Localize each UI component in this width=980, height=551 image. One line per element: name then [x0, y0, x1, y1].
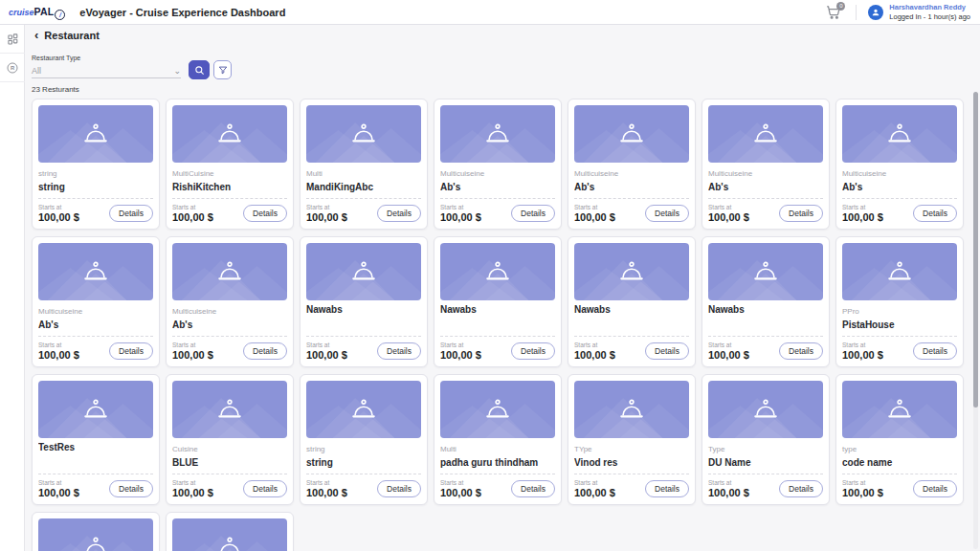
- details-button[interactable]: Details: [243, 342, 287, 360]
- price-value: 100,00 $: [842, 349, 883, 361]
- restaurant-name: RishiKitchen: [172, 182, 287, 192]
- shopping-cart-button[interactable]: 0: [825, 4, 844, 21]
- restaurant-card[interactable]: Type DU Name Starts at 100,00 $ Details: [702, 374, 830, 505]
- card-footer: Starts at 100,00 $ Details: [708, 474, 823, 498]
- details-button[interactable]: Details: [913, 205, 957, 222]
- restaurant-card[interactable]: Multicuiseine Ab's Starts at 100,00 $ De…: [166, 236, 294, 367]
- restaurant-name: Nawabs: [708, 304, 823, 315]
- search-button[interactable]: [189, 60, 210, 79]
- restaurant-name: Nawabs: [440, 304, 555, 315]
- price-value: 100,00 $: [38, 349, 79, 361]
- restaurant-card[interactable]: Nawabs Starts at 100,00 $ Details: [568, 236, 696, 367]
- restaurant-card[interactable]: Starts at 100,00 $ Details: [166, 512, 294, 551]
- cloche-icon: [885, 260, 914, 285]
- restaurant-name: Ab's: [172, 320, 287, 330]
- sidebar-item-dashboard[interactable]: [0, 25, 25, 54]
- starts-at-label: Starts at: [842, 342, 883, 348]
- starts-at-label: Starts at: [708, 204, 749, 210]
- restaurant-card[interactable]: string string Starts at 100,00 $ Details: [300, 374, 428, 505]
- restaurant-card[interactable]: TYpe Vinod res Starts at 100,00 $ Detail…: [568, 374, 696, 505]
- details-button[interactable]: Details: [779, 480, 823, 497]
- starts-at-label: Starts at: [172, 342, 213, 348]
- starts-at-label: Starts at: [38, 342, 79, 348]
- card-footer: Starts at 100,00 $ Details: [38, 336, 153, 361]
- back-navigation[interactable]: ‹ Restaurant: [34, 30, 100, 41]
- restaurant-image-placeholder: [440, 105, 555, 163]
- user-info[interactable]: Harshavardhan Reddy Logged In - 1 hour(s…: [889, 3, 970, 21]
- details-button[interactable]: Details: [109, 205, 153, 222]
- restaurant-card[interactable]: MultiCuisine RishiKitchen Starts at 100,…: [166, 99, 294, 230]
- restaurant-name: padha guru thindham: [440, 457, 555, 468]
- price-value: 100,00 $: [708, 487, 749, 498]
- restaurant-image-placeholder: [842, 381, 957, 438]
- restaurant-name: Nawabs: [306, 304, 421, 315]
- logo-text-cruise: cruise: [9, 8, 34, 17]
- scrollbar-thumb[interactable]: [973, 92, 978, 408]
- details-button[interactable]: Details: [913, 342, 957, 360]
- restaurant-type-select[interactable]: All ⌄: [32, 63, 181, 78]
- cloche-icon: [885, 398, 914, 423]
- details-button[interactable]: Details: [243, 480, 287, 497]
- restaurant-image-placeholder: [172, 243, 287, 300]
- details-button[interactable]: Details: [913, 480, 957, 497]
- restaurant-image-placeholder: [306, 105, 421, 163]
- restaurant-card[interactable]: Nawabs Starts at 100,00 $ Details: [434, 236, 562, 367]
- restaurant-card[interactable]: PPro PistaHouse Starts at 100,00 $ Detai…: [835, 236, 964, 367]
- card-footer: Starts at 100,00 $ Details: [574, 336, 689, 361]
- left-sidebar: R: [0, 25, 25, 551]
- details-button[interactable]: Details: [377, 480, 421, 497]
- details-button[interactable]: Details: [779, 205, 823, 222]
- details-button[interactable]: Details: [511, 205, 555, 222]
- cloche-icon: [81, 260, 110, 285]
- price-block: Starts at 100,00 $: [708, 342, 749, 361]
- restaurant-card[interactable]: Multicuiseine Ab's Starts at 100,00 $ De…: [568, 99, 696, 230]
- starts-at-label: Starts at: [172, 204, 213, 210]
- restaurant-card[interactable]: Multicuiseine Ab's Starts at 100,00 $ De…: [835, 99, 964, 230]
- cart-count-badge: 0: [836, 2, 845, 11]
- restaurant-card[interactable]: Starts at 100,00 $ Details: [32, 512, 160, 551]
- chevron-down-icon: ⌄: [173, 67, 181, 75]
- scrollbar-track[interactable]: [973, 92, 978, 549]
- details-button[interactable]: Details: [779, 342, 823, 360]
- restaurant-card[interactable]: Multi MandiKingAbc Starts at 100,00 $ De…: [300, 99, 428, 230]
- restaurant-card[interactable]: type code name Starts at 100,00 $ Detail…: [835, 374, 964, 505]
- restaurant-card[interactable]: string string Starts at 100,00 $ Details: [32, 99, 160, 230]
- restaurant-circle-icon: R: [6, 61, 19, 75]
- restaurant-image-placeholder: [842, 243, 957, 300]
- app-title: eVoyager - Cruise Experience Dashboard: [79, 7, 285, 18]
- price-value: 100,00 $: [574, 487, 615, 498]
- restaurant-card[interactable]: Nawabs Starts at 100,00 $ Details: [702, 236, 830, 367]
- price-block: Starts at 100,00 $: [708, 204, 749, 223]
- restaurant-card[interactable]: TestRes Starts at 100,00 $ Details: [32, 374, 160, 505]
- cuisine-type: MultiCuisine: [172, 169, 287, 178]
- details-button[interactable]: Details: [243, 205, 287, 222]
- details-button[interactable]: Details: [645, 205, 689, 222]
- details-button[interactable]: Details: [511, 480, 555, 497]
- card-footer: Starts at 100,00 $ Details: [306, 474, 421, 498]
- details-button[interactable]: Details: [645, 480, 689, 497]
- restaurant-card[interactable]: Multicuiseine Ab's Starts at 100,00 $ De…: [32, 236, 160, 367]
- details-button[interactable]: Details: [109, 342, 153, 360]
- details-button[interactable]: Details: [645, 342, 689, 360]
- cloche-icon: [81, 398, 110, 423]
- restaurant-image-placeholder: [708, 105, 823, 163]
- sidebar-item-restaurant[interactable]: R: [0, 54, 25, 82]
- restaurant-image-placeholder: [842, 105, 957, 163]
- restaurant-card[interactable]: Nawabs Starts at 100,00 $ Details: [300, 236, 428, 367]
- details-button[interactable]: Details: [377, 205, 421, 222]
- restaurant-card[interactable]: Multi padha guru thindham Starts at 100,…: [434, 374, 562, 505]
- restaurant-image-placeholder: [172, 381, 287, 438]
- filter-button[interactable]: [213, 60, 232, 79]
- price-block: Starts at 100,00 $: [38, 342, 79, 361]
- details-button[interactable]: Details: [109, 480, 153, 497]
- details-button[interactable]: Details: [377, 342, 421, 360]
- price-block: Starts at 100,00 $: [38, 479, 79, 498]
- restaurant-card[interactable]: Multicuiseine Ab's Starts at 100,00 $ De…: [702, 99, 830, 230]
- restaurant-card[interactable]: Cuisine BLUE Starts at 100,00 $ Details: [166, 374, 294, 505]
- cloche-icon: [617, 122, 646, 147]
- restaurant-card[interactable]: Multicuiseine Ab's Starts at 100,00 $ De…: [434, 99, 562, 230]
- card-footer: Starts at 100,00 $ Details: [842, 198, 957, 223]
- cruisepal-logo[interactable]: cruisePAL/: [9, 6, 65, 18]
- user-avatar[interactable]: [868, 5, 883, 20]
- details-button[interactable]: Details: [511, 342, 555, 360]
